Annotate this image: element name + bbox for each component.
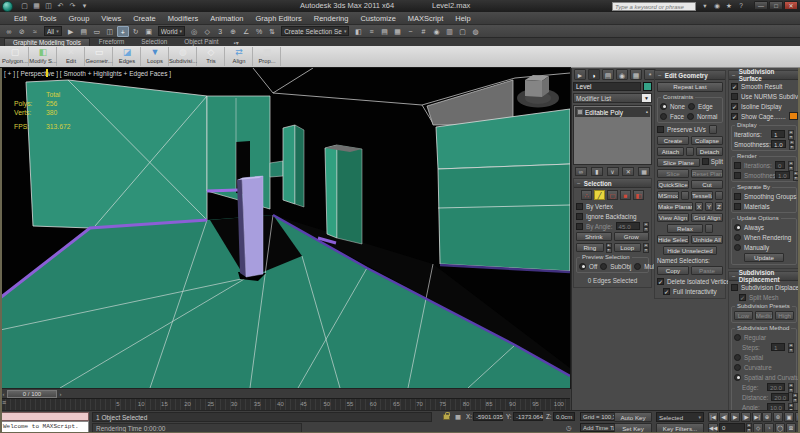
time-slider-handle[interactable]: 0 / 100 xyxy=(7,390,57,398)
properties-button[interactable]: ▦Prop... xyxy=(254,47,281,66)
new-scene-icon[interactable]: ▢ xyxy=(19,1,30,11)
preset-medium-button[interactable]: Medium xyxy=(755,311,774,320)
use-nurms-checkbox[interactable] xyxy=(731,93,738,100)
keyboard-override-icon[interactable]: 3 xyxy=(214,26,226,37)
preview-multi-radio[interactable] xyxy=(634,263,641,270)
edges-button[interactable]: ◪Edges xyxy=(114,47,141,66)
subdivision-surface-rollout-header[interactable]: −Subdivision Surface xyxy=(729,71,799,80)
shrink-button[interactable]: Shrink xyxy=(576,232,612,241)
zoom-icon[interactable]: ⊕ xyxy=(762,412,772,422)
material-editor-icon[interactable]: ◉ xyxy=(430,26,442,37)
smoothing-groups-checkbox[interactable] xyxy=(734,193,741,200)
relax-settings-button[interactable] xyxy=(705,224,713,233)
zoom-extents-icon[interactable]: ▣ xyxy=(784,412,794,422)
render-setup-icon[interactable]: ▥ xyxy=(443,26,455,37)
constraint-none-radio[interactable] xyxy=(660,103,667,110)
tab-hierarchy[interactable]: ▤ xyxy=(602,69,614,80)
layer-manager-icon[interactable]: ▤ xyxy=(378,26,390,37)
auto-key-button[interactable]: Auto Key xyxy=(614,412,652,422)
split-mesh-checkbox[interactable] xyxy=(739,294,746,301)
ribbon-tab-selection[interactable]: Selection xyxy=(133,38,175,46)
search-dropdown-icon[interactable]: ▾ xyxy=(700,1,710,10)
menu-tools[interactable]: Tools xyxy=(33,14,63,23)
bind-to-space-warp-icon[interactable]: ≈ xyxy=(29,26,41,37)
x-coordinate-field[interactable]: -5901.035 xyxy=(473,412,503,421)
rendered-frame-window-icon[interactable]: ▢ xyxy=(456,26,468,37)
menu-create[interactable]: Create xyxy=(127,14,162,23)
select-and-link-icon[interactable]: ∞ xyxy=(3,26,15,37)
pin-stack-icon[interactable]: ∞ xyxy=(575,167,587,176)
menu-customize[interactable]: Customize xyxy=(354,14,401,23)
undo-icon[interactable]: ↶ xyxy=(55,1,66,11)
mirror-icon[interactable]: ◧ xyxy=(352,26,364,37)
zoom-all-icon[interactable]: ⊚ xyxy=(773,412,783,422)
preset-low-button[interactable]: Low xyxy=(734,311,753,320)
maximize-button[interactable]: □ xyxy=(769,1,783,10)
selection-filter-dropdown[interactable]: All▾ xyxy=(44,26,62,36)
paste-button[interactable]: Paste xyxy=(691,266,723,275)
polygon-subobject-icon[interactable]: ■ xyxy=(620,190,631,200)
ribbon-minimize-icon[interactable]: ▪▾ xyxy=(234,39,239,46)
display-iterations-spinner[interactable]: 1 xyxy=(771,130,785,138)
ring-button[interactable]: Ring xyxy=(576,243,604,252)
angle-snap-icon[interactable]: ∠ xyxy=(240,26,252,37)
menu-edit[interactable]: Edit xyxy=(8,14,33,23)
play-animation-button[interactable]: ▶ xyxy=(730,412,740,422)
ignore-backfacing-checkbox[interactable] xyxy=(576,213,583,220)
go-to-end-button[interactable]: ▶| xyxy=(752,412,762,422)
update-always-radio[interactable] xyxy=(734,224,741,231)
update-when-rendering-radio[interactable] xyxy=(734,234,741,241)
select-object-icon[interactable]: ▶ xyxy=(65,26,77,37)
edit-geometry-rollout-header[interactable]: −Edit Geometry xyxy=(655,71,725,80)
configure-modifier-sets-icon[interactable]: ▦ xyxy=(638,167,650,176)
render-iterations-spinner[interactable]: 0 xyxy=(775,161,785,169)
menu-maxscript[interactable]: MAXScript xyxy=(402,14,449,23)
search-input[interactable]: Type a keyword or phrase xyxy=(612,2,696,11)
edit-button[interactable]: ✕Edit xyxy=(58,47,85,66)
graphite-ribbon-toggle-icon[interactable]: ▦ xyxy=(391,26,403,37)
tab-modify[interactable]: ◗ xyxy=(588,69,600,80)
preserve-uvs-settings-button[interactable] xyxy=(709,125,717,134)
by-angle-spin-arrows[interactable]: ▲▼ xyxy=(643,222,649,230)
vertex-subobject-icon[interactable]: ∴ xyxy=(581,190,592,200)
modify-selection-button[interactable]: ◧Modify S... xyxy=(30,47,57,66)
method-spatial-radio[interactable] xyxy=(734,354,741,361)
distance-spinner[interactable]: 20.0 xyxy=(771,393,789,401)
repeat-last-button[interactable]: Repeat Last xyxy=(657,82,723,92)
loop-button[interactable]: Loop xyxy=(614,243,642,252)
redo-icon[interactable]: ↷ xyxy=(67,1,78,11)
materials-checkbox[interactable] xyxy=(734,203,741,210)
minimize-button[interactable]: — xyxy=(754,1,768,10)
angle-spinner[interactable]: 10.0 xyxy=(767,403,785,410)
percent-snap-icon[interactable]: % xyxy=(253,26,265,37)
absolute-offset-toggle-icon[interactable]: ▦ xyxy=(455,413,461,420)
detach-button[interactable]: Detach xyxy=(696,147,723,156)
preset-high-button[interactable]: High xyxy=(775,311,794,320)
3dsmax-logo-icon[interactable] xyxy=(2,1,13,12)
render-smoothness-checkbox[interactable] xyxy=(734,172,741,179)
save-file-icon[interactable]: ◫ xyxy=(43,1,54,11)
method-curvature-radio[interactable] xyxy=(734,364,741,371)
select-and-manipulate-icon[interactable]: ◇ xyxy=(201,26,213,37)
update-button[interactable]: Update xyxy=(744,253,784,262)
planar-x-button[interactable]: X xyxy=(695,202,703,211)
by-angle-checkbox[interactable] xyxy=(576,223,583,230)
render-iterations-checkbox[interactable] xyxy=(734,162,741,169)
spinner-snap-icon[interactable]: ⇅ xyxy=(266,26,278,37)
by-vertex-checkbox[interactable] xyxy=(576,203,583,210)
reset-plane-button[interactable]: Reset Plane xyxy=(691,169,723,178)
make-unique-icon[interactable]: ∨ xyxy=(607,167,619,176)
preview-off-radio[interactable] xyxy=(579,263,586,270)
smooth-result-checkbox[interactable] xyxy=(731,83,738,90)
show-end-result-icon[interactable]: ▮ xyxy=(591,167,603,176)
next-frame-button[interactable]: |▶ xyxy=(741,412,751,422)
select-and-move-icon[interactable]: + xyxy=(117,26,129,37)
msmooth-settings-button[interactable] xyxy=(681,191,689,200)
perspective-viewport[interactable]: [ + ] [ Perspective ] [ Smooth + Highlig… xyxy=(0,68,570,388)
menu-group[interactable]: Group xyxy=(62,14,95,23)
modifier-stack[interactable]: Editable Poly ▪ xyxy=(573,105,652,165)
tab-create[interactable]: ► xyxy=(574,69,586,80)
select-by-name-icon[interactable]: ▤ xyxy=(78,26,90,37)
loops-button[interactable]: ▼Loops xyxy=(142,47,169,66)
menu-help[interactable]: Help xyxy=(449,14,476,23)
